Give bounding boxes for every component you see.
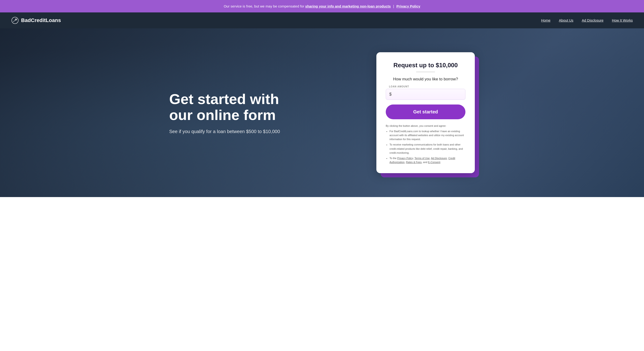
consent-item-3: To the Privacy Policy, Terms of Use, Ad … [390,156,466,164]
link-privacy-policy[interactable]: Privacy Policy [397,157,413,160]
header: BadCreditLoans Home About Us Ad Disclosu… [0,12,644,28]
link-ad-disclosure[interactable]: Ad Disclosure [431,157,447,160]
banner-separator: | [393,4,394,8]
link-rates-fees[interactable]: Rates & Fees [406,161,422,164]
consent-item-2: To receive marketing communications for … [390,143,466,155]
main-nav: Home About Us Ad Disclosure How It Works [541,18,633,22]
nav-about[interactable]: About Us [559,18,574,22]
form-question: How much would you like to borrow? [386,77,466,82]
hero-title: Get started with our online form [169,91,300,123]
link-terms[interactable]: Terms of Use [414,157,430,160]
form-card-divider [416,72,435,72]
logo-icon [11,17,19,24]
form-card-title: Request up to $10,000 [386,62,466,69]
nav-home[interactable]: Home [541,18,550,22]
hero-content: Get started with our online form See if … [158,38,486,187]
loan-input-wrap: $ [386,89,466,100]
hero-text-block: Get started with our online form See if … [169,91,300,134]
logo-text: BadCreditLoans [21,17,61,24]
top-banner: Our service is free, but we may be compe… [0,0,644,12]
consent-intro: By clicking the button above, you consen… [386,124,446,127]
loan-amount-input[interactable] [393,92,462,97]
form-card-wrapper: Request up to $10,000 How much would you… [376,52,475,173]
banner-sharing-link[interactable]: sharing your info and marketing non-loan… [305,4,391,8]
hero-section: Get started with our online form See if … [0,28,644,197]
logo[interactable]: BadCreditLoans [11,17,61,24]
consent-item-1: For BadCreditLoans.com to lookup whether… [390,129,466,141]
consent-text: By clicking the button above, you consen… [386,124,466,164]
banner-text: Our service is free, but we may be compe… [224,4,305,8]
nav-ad-disclosure[interactable]: Ad Disclosure [582,18,604,22]
dollar-sign: $ [389,92,392,97]
get-started-button[interactable]: Get started [386,104,466,119]
form-card: Request up to $10,000 How much would you… [376,52,475,173]
link-e-consent[interactable]: E-Consent [428,161,440,164]
svg-line-1 [13,19,17,22]
loan-amount-label: LOAN AMOUNT [386,85,466,88]
nav-how-it-works[interactable]: How It Works [612,18,633,22]
banner-privacy-link[interactable]: Privacy Policy [396,4,420,8]
consent-list: For BadCreditLoans.com to lookup whether… [386,129,466,164]
hero-subtitle: See if you qualify for a loan between $5… [169,129,300,134]
